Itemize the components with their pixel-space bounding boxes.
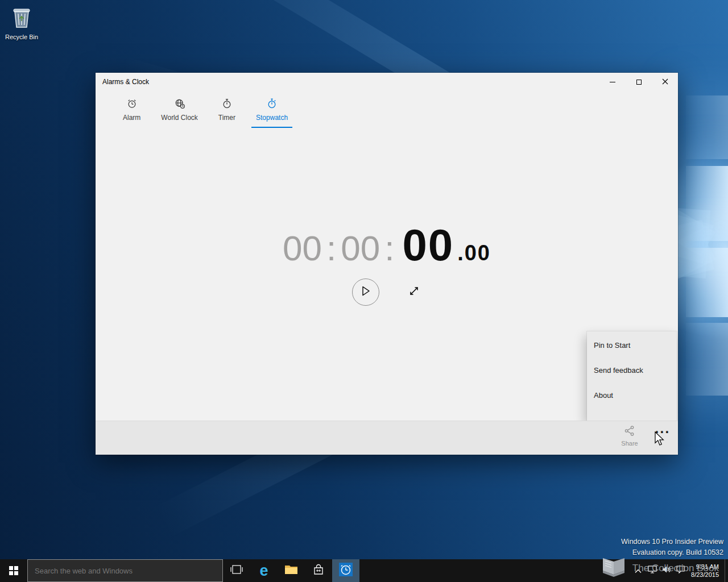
stopwatch-centiseconds: .00 <box>457 241 491 265</box>
recycle-bin-shortcut[interactable]: Recycle Bin <box>5 5 39 40</box>
watermark-line2: Evaluation copy. Build 10532 <box>621 547 723 558</box>
world-clock-icon <box>174 98 185 111</box>
wallpaper-window-pane <box>686 95 728 159</box>
pivot-tabbar: Alarm World Clock Timer <box>96 91 678 128</box>
maximize-icon <box>636 80 642 85</box>
play-icon <box>361 285 371 299</box>
recycle-bin-label: Recycle Bin <box>5 34 39 40</box>
show-desktop-button[interactable] <box>725 559 728 582</box>
menu-item-send-feedback[interactable]: Send feedback <box>587 357 677 383</box>
system-tray: 9:31 AM 8/23/2015 <box>631 559 728 582</box>
network-button[interactable] <box>645 559 659 582</box>
task-view-icon <box>230 565 243 576</box>
share-button[interactable]: Share <box>615 425 644 447</box>
tab-label: World Clock <box>161 114 197 122</box>
app-command-bar: Share ··· <box>96 421 678 455</box>
window-caption-buttons <box>599 73 678 91</box>
clock-date: 8/23/2015 <box>691 571 719 579</box>
insider-build-watermark: Windows 10 Pro Insider Preview Evaluatio… <box>621 537 723 558</box>
volume-button[interactable] <box>659 559 673 582</box>
menu-item-pin-to-start[interactable]: Pin to Start <box>587 332 677 357</box>
stopwatch-hours: 00 <box>283 228 322 268</box>
maximize-button[interactable] <box>626 73 652 91</box>
alarms-clock-window: Alarms & Clock Alarm <box>96 73 678 455</box>
edge-icon: e <box>259 563 268 579</box>
wallpaper-window-pane <box>686 323 728 396</box>
stopwatch-separator: : <box>326 228 336 268</box>
stopwatch-controls <box>96 278 678 306</box>
volume-icon <box>662 566 671 576</box>
taskbar-search <box>27 559 223 582</box>
network-icon <box>648 566 657 576</box>
action-center-button[interactable] <box>673 559 688 582</box>
tab-timer[interactable]: Timer <box>214 94 240 128</box>
tab-label: Alarm <box>123 114 140 122</box>
start-button-taskbar[interactable] <box>0 559 27 582</box>
stopwatch-separator: : <box>384 228 394 268</box>
minimize-button[interactable] <box>599 73 626 91</box>
expand-button[interactable] <box>407 285 421 300</box>
tab-label: Timer <box>218 114 235 122</box>
wallpaper-window-pane <box>686 166 728 241</box>
window-titlebar[interactable]: Alarms & Clock <box>96 73 678 91</box>
chevron-up-icon <box>635 566 642 576</box>
see-more-button[interactable]: ··· <box>652 422 673 442</box>
tab-world-clock[interactable]: World Clock <box>156 94 202 128</box>
minimize-icon <box>610 82 615 82</box>
edge-button[interactable]: e <box>250 559 278 582</box>
watermark-line1: Windows 10 Pro Insider Preview <box>621 537 723 547</box>
recycle-bin-icon <box>9 22 34 31</box>
file-explorer-button[interactable] <box>278 559 305 582</box>
task-view-button[interactable] <box>223 559 250 582</box>
share-label: Share <box>621 440 638 447</box>
tray-overflow-button[interactable] <box>631 559 645 582</box>
store-icon <box>313 564 324 577</box>
close-button[interactable] <box>652 73 678 91</box>
window-title: Alarms & Clock <box>102 78 149 86</box>
timer-icon <box>221 98 233 111</box>
alarms-clock-taskbar-button[interactable] <box>332 559 359 582</box>
action-center-icon <box>676 566 685 576</box>
share-icon <box>624 425 635 439</box>
taskbar-clock[interactable]: 9:31 AM 8/23/2015 <box>688 559 725 582</box>
expand-icon <box>408 285 420 300</box>
close-icon <box>662 77 668 87</box>
stopwatch-icon <box>266 98 278 111</box>
wallpaper-window-pane <box>686 248 728 317</box>
file-explorer-icon <box>284 564 298 577</box>
stopwatch-minutes: 00 <box>341 228 380 268</box>
stopwatch-time-display: 00 : 00 : 00 .00 <box>96 219 678 271</box>
windows-logo-icon <box>9 566 18 575</box>
start-button[interactable] <box>352 278 379 306</box>
tab-stopwatch[interactable]: Stopwatch <box>251 94 292 128</box>
store-button[interactable] <box>305 559 332 582</box>
clock-time: 9:31 AM <box>696 563 719 571</box>
taskbar: e <box>0 559 728 582</box>
tab-label: Stopwatch <box>256 114 288 122</box>
stopwatch-seconds: 00 <box>402 219 454 271</box>
menu-item-about[interactable]: About <box>587 383 677 408</box>
search-input[interactable] <box>28 560 222 581</box>
alarms-clock-app-icon <box>338 562 353 579</box>
alarm-icon <box>126 98 138 111</box>
more-options-menu: Pin to Start Send feedback About <box>587 331 677 421</box>
tab-alarm[interactable]: Alarm <box>118 94 145 128</box>
